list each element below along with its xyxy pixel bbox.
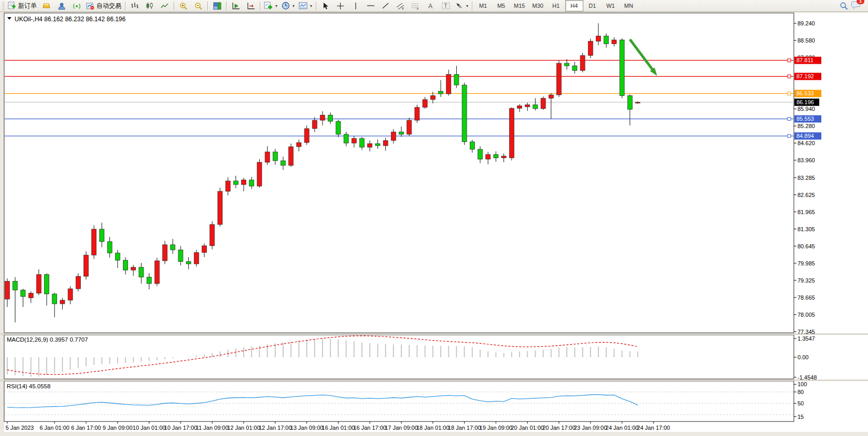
new-order-icon xyxy=(8,2,16,10)
vertical-line-icon xyxy=(353,2,359,10)
line-chart-button[interactable] xyxy=(157,0,172,11)
candle-body-bull xyxy=(84,255,89,276)
tab-timeframe-D1[interactable]: D1 xyxy=(583,0,601,11)
candle-body-bear xyxy=(375,144,380,146)
tab-timeframe-H4[interactable]: H4 xyxy=(565,0,583,11)
tab-timeframe-MN[interactable]: MN xyxy=(620,0,638,11)
templates-button[interactable]: ▾ xyxy=(297,0,314,11)
horizontal-line-button[interactable] xyxy=(363,0,378,11)
text-label-button[interactable]: T xyxy=(438,0,453,11)
chart-area[interactable]: 89.24088.58087.92085.94085.28084.62083.9… xyxy=(0,0,868,436)
zoom-out-button[interactable] xyxy=(191,0,206,11)
candle-body-bear xyxy=(399,132,404,135)
candle-body-bull xyxy=(446,75,451,94)
toolbar-separator xyxy=(226,2,227,10)
time-tick-label: 11 Jan 09:00 xyxy=(196,425,229,431)
line-end-marker[interactable] xyxy=(788,117,791,120)
candle xyxy=(541,96,545,110)
line-end-marker[interactable] xyxy=(788,75,791,78)
auto-trading-button[interactable]: 自动交易 xyxy=(84,0,123,11)
price-tick-label: 88.580 xyxy=(797,37,815,44)
svg-text:E: E xyxy=(402,7,404,10)
history-center-button[interactable] xyxy=(39,0,54,11)
candle-body-bull xyxy=(588,41,593,56)
periods-dropdown-arrow[interactable]: ▾ xyxy=(292,4,295,8)
indicators-button[interactable]: ▾ xyxy=(262,0,279,11)
svg-text:T: T xyxy=(444,3,447,9)
equidistant-channel-button[interactable]: E xyxy=(393,0,408,11)
crosshair-button[interactable] xyxy=(333,0,348,11)
search-button[interactable] xyxy=(836,0,851,11)
candle-body-bear xyxy=(178,250,183,262)
candle xyxy=(92,226,96,259)
chart-title: UKOil-,H4 86.162 86.232 86.142 86.196 xyxy=(15,16,125,23)
signals-button[interactable] xyxy=(69,0,84,11)
candle-body-bull xyxy=(304,129,309,143)
tab-timeframe-M15[interactable]: M15 xyxy=(510,0,528,11)
toolbar-drag-handle[interactable] xyxy=(2,2,5,10)
auto-trading-icon xyxy=(86,2,94,10)
chart-shift-icon xyxy=(247,2,255,10)
time-tick-label: 17 Jan 09:00 xyxy=(385,425,418,431)
tab-timeframe-M30[interactable]: M30 xyxy=(528,0,547,11)
candle-body-bull xyxy=(289,147,293,165)
chart-shift-button[interactable] xyxy=(243,0,258,11)
tab-timeframe-M1[interactable]: M1 xyxy=(474,0,492,11)
line-end-marker[interactable] xyxy=(788,134,791,137)
candle xyxy=(580,53,585,73)
text-button[interactable]: A xyxy=(423,0,438,11)
line-end-marker[interactable] xyxy=(788,92,791,95)
candle-body-bull xyxy=(612,40,617,44)
notifications-button[interactable]: 1 xyxy=(851,1,861,11)
panel-splitter[interactable] xyxy=(0,379,868,381)
tab-timeframe-W1[interactable]: W1 xyxy=(601,0,620,11)
macd-label: MACD(12,26,9) 0.3957 0.7707 xyxy=(7,336,88,343)
candle-body-bull xyxy=(636,102,640,103)
candle-body-bear xyxy=(100,229,104,242)
price-tick-label: 85.280 xyxy=(797,123,815,129)
periods-button[interactable]: ▾ xyxy=(279,0,297,11)
panel-splitter[interactable] xyxy=(0,333,868,335)
candlestick-chart-button[interactable] xyxy=(142,0,157,11)
auto-scroll-button[interactable] xyxy=(228,0,243,11)
macd-axis-label: 0.00 xyxy=(797,354,808,360)
arrows-button[interactable]: ▾ xyxy=(453,0,470,11)
line-end-marker[interactable] xyxy=(788,59,791,62)
bar-chart-button[interactable] xyxy=(127,0,142,11)
arrows-dropdown-arrow[interactable]: ▾ xyxy=(466,4,468,8)
community-button[interactable] xyxy=(54,0,69,11)
price-tick-label: 82.625 xyxy=(797,192,815,198)
zoom-in-button[interactable] xyxy=(176,0,191,11)
candle-body-bear xyxy=(533,105,538,109)
candle-body-bull xyxy=(92,229,96,255)
tab-timeframe-H1[interactable]: H1 xyxy=(547,0,565,11)
tile-windows-button[interactable] xyxy=(209,0,225,11)
candle-body-bear xyxy=(462,85,467,142)
candle-body-bear xyxy=(123,260,128,270)
person-icon xyxy=(58,2,66,10)
candle-body-bull xyxy=(60,300,65,304)
price-tick-label: 81.965 xyxy=(797,209,815,215)
candle-body-bear xyxy=(107,242,112,253)
candle-body-bear xyxy=(344,134,348,143)
search-icon xyxy=(839,2,848,10)
candle-body-bear xyxy=(233,181,238,185)
candle xyxy=(84,251,89,280)
candle xyxy=(257,159,262,188)
fibonacci-button[interactable]: F xyxy=(408,0,423,11)
candle-body-bull xyxy=(368,144,372,147)
candle-body-bear xyxy=(360,138,365,147)
trendline-button[interactable] xyxy=(378,0,393,11)
new-order-button[interactable]: 新订单 xyxy=(6,0,39,11)
candlestick-icon xyxy=(146,2,153,9)
vertical-line-button[interactable] xyxy=(348,0,363,11)
candle-body-bear xyxy=(273,152,277,161)
tab-timeframe-M5[interactable]: M5 xyxy=(492,0,510,11)
templates-dropdown-arrow[interactable]: ▾ xyxy=(310,4,312,8)
candle xyxy=(588,39,593,59)
indicators-dropdown-arrow[interactable]: ▾ xyxy=(275,4,277,8)
price-tick-label: 78.005 xyxy=(797,312,815,318)
cursor-button[interactable] xyxy=(318,0,333,11)
candle-body-bull xyxy=(265,152,270,162)
time-tick-label: 6 Jan 17:00 xyxy=(71,425,101,431)
